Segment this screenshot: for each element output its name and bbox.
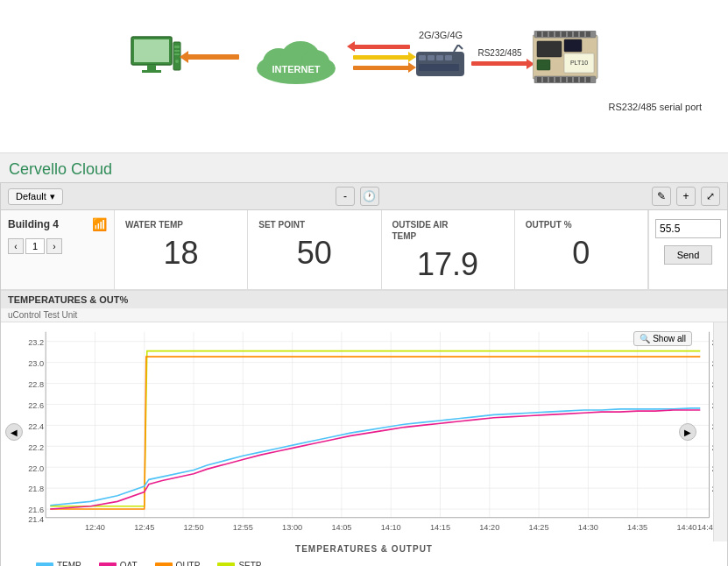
- computer-item: [130, 35, 182, 79]
- chart-nav-right-button[interactable]: ▶: [679, 423, 696, 441]
- svg-rect-42: [586, 77, 590, 82]
- svg-rect-34: [537, 77, 541, 82]
- legend-outp: OUTP: [155, 561, 201, 566]
- svg-rect-15: [419, 55, 426, 60]
- send-button[interactable]: Send: [664, 245, 712, 265]
- chart-section: TEMPERATURES & OUT% uControl Test Unit ◀…: [1, 290, 727, 566]
- water-temp-label: WATER TEMP: [125, 219, 237, 230]
- svg-rect-19: [419, 64, 459, 71]
- cloud-svg: INTERNET: [252, 29, 340, 86]
- svg-rect-24: [537, 32, 541, 37]
- svg-text:21.6: 21.6: [28, 505, 44, 514]
- svg-text:22.4: 22.4: [28, 421, 44, 430]
- expand-button[interactable]: ⤢: [701, 187, 720, 206]
- svg-text:14:35: 14:35: [627, 522, 647, 532]
- svg-rect-44: [564, 39, 582, 52]
- app-title: Cervello Cloud: [0, 153, 728, 182]
- page-number: 1: [25, 238, 45, 254]
- chart-subtitle: uControl Test Unit: [1, 308, 727, 322]
- svg-text:22.6: 22.6: [28, 400, 44, 410]
- svg-text:14:15: 14:15: [430, 522, 450, 532]
- rs232-arrow: RS232/485: [471, 48, 528, 66]
- chart-container: ◀ ▶ 🔍 Show all: [1, 322, 727, 541]
- legend-oat: OAT: [99, 561, 138, 566]
- add-button[interactable]: +: [676, 187, 696, 206]
- zoom-icon: 🔍: [640, 334, 650, 343]
- default-label: Default: [16, 191, 46, 202]
- svg-rect-41: [580, 77, 584, 82]
- svg-rect-18: [445, 55, 452, 60]
- minus-button[interactable]: -: [336, 187, 355, 206]
- chart-x-axis-label: TEMPERATURES & OUTPUT: [1, 541, 727, 556]
- modem-item: 2G/3G/4G: [414, 30, 467, 84]
- svg-text:23.2: 23.2: [28, 337, 44, 347]
- metric-water-temp: WATER TEMP 18: [115, 210, 248, 289]
- show-all-button[interactable]: 🔍 Show all: [633, 331, 692, 346]
- legend-outp-color: [155, 562, 173, 567]
- svg-rect-39: [568, 77, 572, 82]
- svg-text:14:10: 14:10: [381, 522, 401, 532]
- svg-rect-35: [543, 77, 548, 82]
- arrow-computer-to-internet: [187, 54, 239, 60]
- rs232-label: RS232/485: [477, 48, 521, 58]
- chart-nav-left-button[interactable]: ◀: [5, 423, 23, 441]
- legend-temp-color: [36, 562, 53, 567]
- default-dropdown[interactable]: Default ▾: [8, 188, 63, 205]
- metric-output: OUTPUT % 0: [515, 210, 648, 289]
- svg-rect-43: [537, 41, 562, 57]
- svg-text:14:40: 14:40: [676, 522, 696, 532]
- rs232-device: PLT10: [533, 31, 598, 83]
- svg-text:12:40: 12:40: [85, 522, 105, 532]
- rs232-board-svg: PLT10: [533, 31, 598, 83]
- svg-rect-28: [562, 32, 566, 37]
- dropdown-chevron: ▾: [50, 191, 55, 202]
- svg-text:12:55: 12:55: [233, 522, 253, 532]
- send-input[interactable]: [655, 219, 721, 238]
- svg-rect-31: [580, 32, 584, 37]
- svg-rect-45: [537, 60, 550, 70]
- chart-header: TEMPERATURES & OUT%: [1, 290, 727, 308]
- svg-text:PLT10: PLT10: [570, 60, 588, 66]
- arrows-internet-modem: [353, 45, 410, 70]
- app-area: Cervello Cloud Default ▾ - 🕐 ✎ + ⤢ Build…: [0, 153, 728, 566]
- legend-outp-label: OUTP: [176, 561, 201, 566]
- send-box: Send: [648, 210, 727, 289]
- clock-button[interactable]: 🕐: [360, 187, 379, 206]
- svg-rect-32: [586, 32, 590, 37]
- page-prev-button[interactable]: ‹: [8, 238, 24, 254]
- outside-air-label: OUTSIDE AIRTEMP: [392, 219, 504, 242]
- svg-text:INTERNET: INTERNET: [272, 64, 321, 74]
- metrics-row: Building 4 📶 ‹ 1 › WATER TEMP 18 SET POI…: [1, 210, 727, 290]
- outside-air-value: 17.9: [392, 249, 504, 280]
- edit-button[interactable]: ✎: [652, 187, 671, 206]
- chart-scrollbar[interactable]: [713, 322, 727, 541]
- legend-oat-label: OAT: [120, 561, 138, 566]
- metric-outside-air-temp: OUTSIDE AIRTEMP 17.9: [382, 210, 515, 289]
- set-point-label: SET POINT: [258, 219, 370, 230]
- svg-rect-36: [549, 77, 554, 82]
- modem-svg: [414, 45, 467, 81]
- svg-rect-25: [543, 32, 548, 37]
- page-next-button[interactable]: ›: [46, 238, 62, 254]
- legend-setp-color: [217, 562, 235, 567]
- legend-temp-label: TEMP: [57, 561, 81, 566]
- metric-set-point: SET POINT 50: [248, 210, 381, 289]
- svg-rect-16: [428, 55, 435, 60]
- svg-line-21: [458, 45, 463, 49]
- diagram-area: INTERNET 2G/3G/4G: [0, 0, 728, 153]
- svg-text:14:05: 14:05: [331, 522, 351, 532]
- svg-rect-37: [555, 77, 560, 82]
- svg-text:14:30: 14:30: [578, 522, 598, 532]
- chart-svg: 23.2 23.0 22.8 22.6 22.4 22.2 22.0 21.8 …: [1, 322, 727, 541]
- svg-rect-27: [555, 32, 560, 37]
- svg-text:14:25: 14:25: [529, 522, 549, 532]
- svg-rect-30: [574, 32, 578, 37]
- sidebar-panel: Building 4 📶 ‹ 1 ›: [1, 210, 115, 289]
- svg-text:14:20: 14:20: [479, 522, 499, 532]
- svg-point-8: [175, 60, 179, 63]
- legend-row: TEMP OAT OUTP SETP: [1, 556, 727, 566]
- pagination: ‹ 1 ›: [8, 238, 107, 254]
- svg-rect-5: [174, 46, 180, 48]
- legend-temp: TEMP: [36, 561, 81, 566]
- output-value: 0: [526, 237, 637, 269]
